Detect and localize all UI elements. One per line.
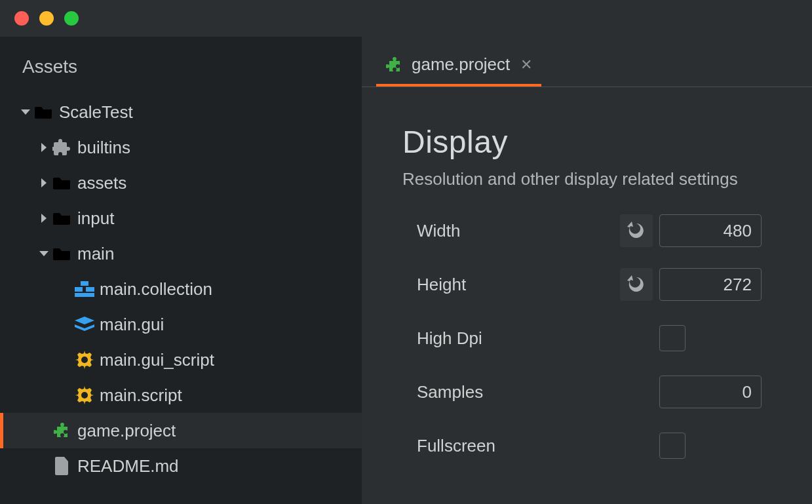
close-tab-icon[interactable]: ✕: [518, 58, 532, 72]
tab-label: game.project: [412, 54, 510, 75]
editor-window: Assets ScaleTest builtins assets: [0, 0, 812, 504]
chevron-right-icon: [37, 178, 51, 187]
tree-root-scaletest[interactable]: ScaleTest: [0, 94, 362, 130]
tree-item-label: builtins: [73, 138, 130, 158]
tree-item-builtins[interactable]: builtins: [0, 130, 362, 165]
reset-button[interactable]: [620, 214, 653, 247]
minimize-icon[interactable]: [39, 11, 54, 26]
tab-bar: game.project ✕: [362, 37, 812, 87]
chevron-down-icon: [37, 249, 51, 258]
field-samples: Samples: [417, 374, 812, 410]
folder-icon: [51, 176, 73, 190]
tab-game-project[interactable]: game.project ✕: [376, 48, 541, 87]
height-input[interactable]: [659, 268, 762, 301]
assets-panel-title: Assets: [0, 56, 362, 94]
chevron-right-icon: [37, 143, 51, 152]
assets-tree: ScaleTest builtins assets input: [0, 94, 362, 484]
fullscreen-checkbox[interactable]: [659, 433, 686, 459]
assets-panel: Assets ScaleTest builtins assets: [0, 37, 362, 504]
high-dpi-checkbox[interactable]: [659, 325, 686, 351]
tree-item-label: README.md: [73, 456, 179, 476]
project-icon: [51, 422, 73, 439]
tree-item-label: assets: [73, 173, 126, 193]
document-icon: [51, 457, 73, 475]
samples-input[interactable]: [659, 376, 762, 408]
field-fullscreen: Fullscreen: [417, 428, 812, 463]
project-icon: [385, 56, 404, 74]
field-label: Height: [417, 275, 620, 295]
folder-icon: [33, 105, 55, 119]
tree-item-main-gui-script[interactable]: main.gui_script: [0, 342, 362, 378]
tree-item-label: main.gui: [96, 315, 164, 335]
editor-pane: game.project ✕ Display Resolution and ot…: [362, 37, 812, 504]
gui-icon: [73, 317, 96, 332]
tree-item-main-collection[interactable]: main.collection: [0, 271, 362, 307]
tree-item-label: game.project: [73, 421, 176, 441]
chevron-right-icon: [37, 214, 51, 223]
section-subtitle: Resolution and other display related set…: [402, 169, 812, 189]
field-width: Width: [417, 213, 812, 248]
field-label: Samples: [417, 382, 620, 402]
tree-item-assets[interactable]: assets: [0, 165, 362, 201]
settings-content: Display Resolution and other display rel…: [362, 87, 812, 463]
tree-item-main[interactable]: main: [0, 236, 362, 271]
puzzle-icon: [51, 138, 73, 157]
tree-item-main-gui[interactable]: main.gui: [0, 307, 362, 342]
window-controls: [14, 11, 79, 26]
tree-item-label: input: [73, 208, 114, 229]
reset-button[interactable]: [620, 268, 653, 301]
tree-item-label: main.script: [96, 385, 182, 406]
script-icon: [73, 386, 96, 404]
tree-item-readme[interactable]: README.md: [0, 448, 362, 484]
field-height: Height: [417, 267, 812, 302]
tree-item-label: main.gui_script: [96, 350, 214, 370]
close-icon[interactable]: [14, 11, 29, 26]
field-label: Fullscreen: [417, 436, 620, 456]
tree-item-label: main: [73, 244, 114, 264]
maximize-icon[interactable]: [64, 11, 79, 26]
chevron-down-icon: [18, 107, 33, 117]
folder-icon: [51, 211, 73, 225]
section-title: Display: [402, 124, 812, 160]
field-list: Width Height High: [402, 213, 812, 463]
tree-item-game-project[interactable]: game.project: [0, 413, 362, 448]
folder-icon: [51, 246, 73, 261]
script-icon: [73, 351, 96, 369]
titlebar: [0, 0, 812, 37]
collection-icon: [73, 281, 96, 297]
field-high-dpi: High Dpi: [417, 320, 812, 356]
tree-item-label: main.collection: [96, 279, 212, 300]
field-label: High Dpi: [417, 328, 620, 349]
main-body: Assets ScaleTest builtins assets: [0, 37, 812, 504]
tree-item-input[interactable]: input: [0, 201, 362, 236]
field-label: Width: [417, 221, 620, 241]
tree-item-main-script[interactable]: main.script: [0, 378, 362, 413]
width-input[interactable]: [659, 214, 762, 247]
tree-item-label: ScaleTest: [55, 102, 133, 123]
